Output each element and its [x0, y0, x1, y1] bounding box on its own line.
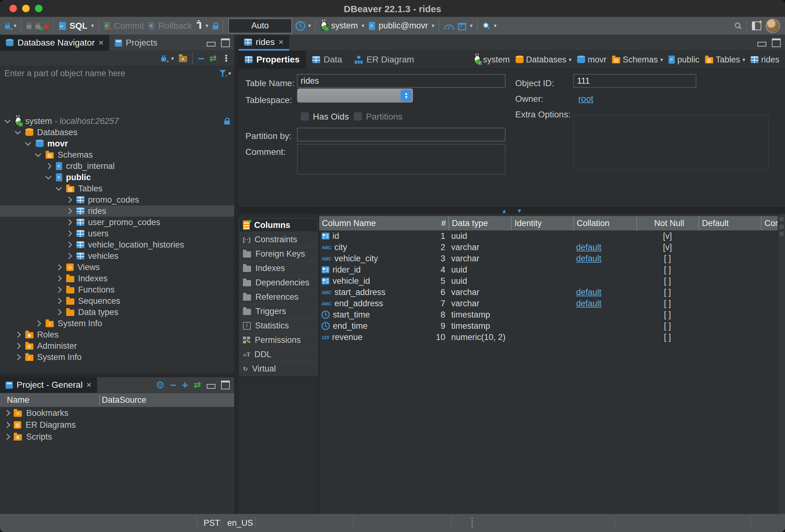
breadcrumb-movr[interactable]: movr [576, 55, 608, 65]
chevron-right-icon[interactable] [4, 410, 10, 416]
side-tab-columns[interactable]: Columns [239, 218, 318, 232]
chevron-right-icon[interactable] [4, 422, 10, 428]
tree-item-system-info[interactable]: System Info [0, 352, 234, 363]
tree-item-vehicle_location_histories[interactable]: vehicle_location_histories [0, 239, 234, 250]
collapse-all-icon[interactable]: − [170, 380, 176, 390]
project-item-bookmarks[interactable]: Bookmarks [0, 407, 234, 419]
maximize-view-icon[interactable] [221, 381, 230, 389]
dashboard-gauge-icon[interactable] [444, 25, 454, 30]
tree-item-system[interactable]: system - localhost:26257 [0, 116, 234, 127]
side-tab-foreign-keys[interactable]: Foreign Keys [239, 247, 318, 261]
partitions-checkbox[interactable] [353, 112, 362, 121]
products-button[interactable]: ▾ [458, 22, 473, 30]
chevron-right-icon[interactable] [56, 275, 62, 282]
chevron-right-icon[interactable] [15, 332, 21, 338]
chevron-right-icon[interactable] [66, 242, 72, 248]
grid-header-column-name[interactable]: Column Name [319, 216, 386, 230]
chevron-right-icon[interactable] [66, 219, 72, 225]
maximize-view-icon[interactable] [221, 39, 230, 47]
transaction-lock-icon[interactable] [213, 25, 218, 29]
column-row-rider_id[interactable]: rider_id4uuid[ ] [319, 264, 778, 275]
avatar[interactable] [766, 19, 780, 33]
maximize-editor-icon[interactable] [772, 39, 781, 47]
chevron-right-icon[interactable] [4, 434, 10, 440]
chevron-down-icon[interactable]: ▾ [569, 57, 572, 62]
tree-item-administer[interactable]: Administer [0, 340, 234, 352]
comment-textarea[interactable] [297, 144, 506, 175]
side-tab-constraints[interactable]: [··]Constraints [239, 233, 318, 246]
not-null-cell[interactable]: [ ] [636, 321, 699, 331]
tree-item-sequences[interactable]: Sequences [0, 295, 234, 307]
partition-by-input[interactable] [297, 128, 506, 142]
close-icon[interactable]: × [86, 381, 92, 389]
link-with-editor-icon[interactable]: ⇄ [194, 381, 201, 389]
tree-item-views[interactable]: Views [0, 262, 234, 273]
close-icon[interactable]: × [98, 39, 103, 47]
grid-header-not-null[interactable]: Not Null [636, 216, 699, 230]
gear-icon[interactable]: ⚙ [156, 380, 164, 390]
sql-editor-button[interactable]: SQL ▾ [59, 21, 94, 31]
breadcrumb-system[interactable]: system [473, 55, 511, 65]
chevron-down-icon[interactable] [35, 151, 41, 157]
transaction-history-button[interactable]: ▾ [296, 22, 311, 30]
chevron-right-icon[interactable] [15, 354, 21, 360]
tab-projects[interactable]: Projects [109, 35, 163, 51]
side-tab-triggers[interactable]: Triggers [239, 304, 318, 318]
tree-item-data-types[interactable]: Data types [0, 307, 234, 318]
subtab-properties[interactable]: Properties [238, 51, 306, 68]
grid-scrollbar[interactable] [778, 214, 785, 532]
panel-splitter[interactable] [234, 35, 238, 514]
breadcrumb-databases[interactable]: Databases▾ [514, 55, 573, 65]
active-connection-selector[interactable]: system ▾ [321, 21, 364, 31]
tree-item-movr[interactable]: movr [0, 138, 234, 149]
minimize-view-icon[interactable] [207, 42, 216, 47]
grid-header-collation[interactable]: Collation [573, 216, 636, 230]
side-tab-references[interactable]: References [239, 290, 318, 304]
side-tab-permissions[interactable]: Permissions [239, 333, 318, 347]
side-tab-dependencies[interactable]: Dependencies [239, 276, 318, 289]
expand-all-icon[interactable]: + [182, 380, 188, 390]
chevron-right-icon[interactable] [56, 287, 62, 293]
collapse-all-icon[interactable]: − [198, 53, 204, 64]
column-row-end_address[interactable]: ABCend_address7varchardefault[ ] [319, 298, 778, 309]
new-connection-button[interactable]: ▾ [5, 23, 17, 29]
chevron-down-icon[interactable] [4, 117, 10, 123]
not-null-cell[interactable]: [ ] [636, 310, 699, 320]
project-item-scripts[interactable]: Scripts [0, 431, 234, 443]
column-row-start_address[interactable]: ABCstart_address6varchardefault[ ] [319, 287, 778, 298]
chevron-right-icon[interactable] [56, 309, 62, 315]
rollback-button[interactable]: Rollback [148, 21, 192, 31]
chevron-down-icon[interactable] [56, 184, 62, 191]
commit-button[interactable]: Commit [104, 21, 144, 31]
chevron-right-icon[interactable] [66, 253, 72, 259]
breadcrumb-tables[interactable]: Tables▾ [704, 55, 746, 65]
column-row-city[interactable]: ABCcity2varchardefault[v] [319, 242, 778, 253]
chevron-right-icon[interactable] [56, 298, 62, 304]
breadcrumb-rides[interactable]: rides [750, 55, 781, 65]
tree-item-indexes[interactable]: Indexes [0, 273, 234, 284]
table-name-input[interactable]: rides [297, 74, 506, 88]
not-null-cell[interactable]: [ ] [636, 254, 699, 263]
form-grid-splitter[interactable]: ▲ ▼ [238, 207, 785, 214]
tree-item-promo_codes[interactable]: promo_codes [0, 194, 234, 205]
subtab-er-diagram[interactable]: ER Diagram [349, 51, 420, 68]
statusbar-grip[interactable] [472, 517, 473, 528]
tree-item-user_promo_codes[interactable]: user_promo_codes [0, 217, 234, 228]
connect-plug-icon[interactable] [27, 25, 31, 29]
side-tab-indexes[interactable]: Indexes [239, 261, 318, 275]
sql-dropdown-icon[interactable]: ▾ [91, 23, 94, 28]
new-connection-dropdown-icon[interactable]: ▾ [14, 23, 17, 28]
new-folder-icon[interactable] [179, 56, 187, 62]
tree-item-system-info[interactable]: System Info [0, 318, 234, 329]
commit-mode-combo[interactable]: Auto [228, 19, 292, 33]
not-null-cell[interactable]: [v] [636, 243, 699, 252]
not-null-cell[interactable]: [v] [636, 231, 699, 241]
collation-link[interactable]: default [573, 254, 601, 263]
object-search-button[interactable]: ▾ [483, 22, 497, 30]
chevron-right-icon[interactable] [66, 197, 72, 203]
new-connection-icon[interactable] [161, 57, 166, 61]
chevron-right-icon[interactable] [15, 343, 21, 349]
not-null-cell[interactable]: [ ] [636, 276, 699, 286]
side-tab-statistics[interactable]: Statistics [239, 319, 318, 332]
minimize-editor-icon[interactable] [758, 42, 766, 47]
